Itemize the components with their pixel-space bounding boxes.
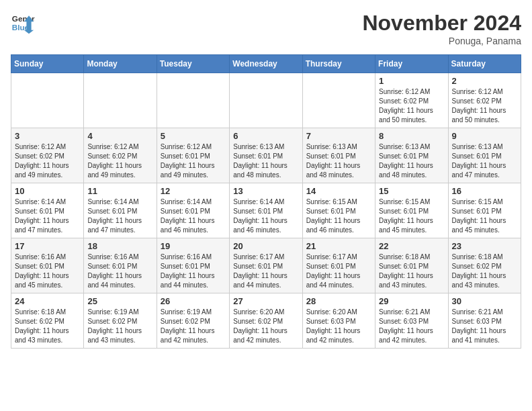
- day-number: 24: [15, 296, 80, 306]
- day-number: 9: [452, 131, 517, 141]
- day-number: 8: [379, 131, 444, 141]
- day-number: 22: [379, 241, 444, 251]
- calendar-header-row: SundayMondayTuesdayWednesdayThursdayFrid…: [11, 55, 521, 73]
- day-number: 27: [233, 296, 298, 306]
- calendar-day-cell: 11Sunrise: 6:14 AM Sunset: 6:01 PM Dayli…: [84, 183, 157, 238]
- calendar-day-cell: [84, 73, 157, 128]
- calendar-day-cell: 18Sunrise: 6:16 AM Sunset: 6:01 PM Dayli…: [84, 238, 157, 293]
- calendar-day-cell: 4Sunrise: 6:12 AM Sunset: 6:02 PM Daylig…: [84, 128, 157, 183]
- calendar-week-row: 10Sunrise: 6:14 AM Sunset: 6:01 PM Dayli…: [11, 183, 521, 238]
- logo: General Blue: [11, 11, 35, 35]
- calendar-day-cell: 13Sunrise: 6:14 AM Sunset: 6:01 PM Dayli…: [230, 183, 302, 238]
- calendar-day-header: Thursday: [302, 55, 375, 73]
- calendar-day-header: Saturday: [448, 55, 521, 73]
- calendar-day-cell: 22Sunrise: 6:18 AM Sunset: 6:01 PM Dayli…: [375, 238, 448, 293]
- day-number: 2: [452, 76, 517, 86]
- calendar-day-cell: 27Sunrise: 6:20 AM Sunset: 6:02 PM Dayli…: [230, 293, 302, 349]
- calendar-week-row: 17Sunrise: 6:16 AM Sunset: 6:01 PM Dayli…: [11, 238, 521, 293]
- day-info: Sunrise: 6:20 AM Sunset: 6:02 PM Dayligh…: [233, 308, 298, 345]
- day-number: 18: [87, 241, 152, 251]
- day-number: 11: [87, 186, 152, 196]
- day-info: Sunrise: 6:16 AM Sunset: 6:01 PM Dayligh…: [15, 253, 80, 290]
- calendar-day-cell: 23Sunrise: 6:18 AM Sunset: 6:02 PM Dayli…: [448, 238, 521, 293]
- day-number: 30: [452, 296, 517, 306]
- day-number: 4: [87, 131, 152, 141]
- calendar-day-header: Monday: [84, 55, 157, 73]
- calendar-day-cell: [230, 73, 302, 128]
- calendar-day-cell: 1Sunrise: 6:12 AM Sunset: 6:02 PM Daylig…: [375, 73, 448, 128]
- calendar-day-cell: [157, 73, 229, 128]
- day-info: Sunrise: 6:18 AM Sunset: 6:02 PM Dayligh…: [15, 308, 80, 345]
- calendar-day-cell: 12Sunrise: 6:14 AM Sunset: 6:01 PM Dayli…: [157, 183, 229, 238]
- calendar-day-cell: 19Sunrise: 6:16 AM Sunset: 6:01 PM Dayli…: [157, 238, 229, 293]
- calendar-day-cell: 28Sunrise: 6:20 AM Sunset: 6:03 PM Dayli…: [302, 293, 375, 349]
- day-number: 12: [161, 186, 226, 196]
- day-info: Sunrise: 6:21 AM Sunset: 6:03 PM Dayligh…: [379, 308, 444, 345]
- day-number: 10: [15, 186, 80, 196]
- day-number: 1: [379, 76, 444, 86]
- day-number: 29: [379, 296, 444, 306]
- day-number: 7: [306, 131, 371, 141]
- svg-text:General: General: [12, 14, 35, 23]
- calendar-day-cell: 30Sunrise: 6:21 AM Sunset: 6:03 PM Dayli…: [448, 293, 521, 349]
- logo-icon: General Blue: [11, 11, 35, 35]
- day-number: 13: [233, 186, 298, 196]
- day-number: 5: [161, 131, 226, 141]
- calendar-day-cell: 21Sunrise: 6:17 AM Sunset: 6:01 PM Dayli…: [302, 238, 375, 293]
- calendar-day-cell: 14Sunrise: 6:15 AM Sunset: 6:01 PM Dayli…: [302, 183, 375, 238]
- day-number: 19: [161, 241, 226, 251]
- calendar-day-cell: 17Sunrise: 6:16 AM Sunset: 6:01 PM Dayli…: [11, 238, 84, 293]
- day-info: Sunrise: 6:18 AM Sunset: 6:01 PM Dayligh…: [379, 253, 444, 290]
- day-info: Sunrise: 6:13 AM Sunset: 6:01 PM Dayligh…: [306, 142, 371, 180]
- day-number: 21: [306, 241, 371, 251]
- day-info: Sunrise: 6:15 AM Sunset: 6:01 PM Dayligh…: [452, 197, 517, 235]
- calendar-day-cell: [11, 73, 84, 128]
- calendar-day-cell: 24Sunrise: 6:18 AM Sunset: 6:02 PM Dayli…: [11, 293, 84, 349]
- day-info: Sunrise: 6:12 AM Sunset: 6:02 PM Dayligh…: [15, 142, 80, 180]
- day-number: 16: [452, 186, 517, 196]
- calendar-day-cell: 6Sunrise: 6:13 AM Sunset: 6:01 PM Daylig…: [230, 128, 302, 183]
- calendar-day-cell: 9Sunrise: 6:13 AM Sunset: 6:01 PM Daylig…: [448, 128, 521, 183]
- calendar-day-header: Sunday: [11, 55, 84, 73]
- calendar-day-cell: 20Sunrise: 6:17 AM Sunset: 6:01 PM Dayli…: [230, 238, 302, 293]
- day-info: Sunrise: 6:12 AM Sunset: 6:02 PM Dayligh…: [452, 87, 517, 125]
- day-info: Sunrise: 6:17 AM Sunset: 6:01 PM Dayligh…: [233, 253, 298, 290]
- day-info: Sunrise: 6:16 AM Sunset: 6:01 PM Dayligh…: [87, 253, 152, 290]
- day-info: Sunrise: 6:12 AM Sunset: 6:02 PM Dayligh…: [379, 87, 444, 125]
- day-info: Sunrise: 6:14 AM Sunset: 6:01 PM Dayligh…: [87, 197, 152, 235]
- calendar-day-cell: 2Sunrise: 6:12 AM Sunset: 6:02 PM Daylig…: [448, 73, 521, 128]
- calendar-day-cell: 25Sunrise: 6:19 AM Sunset: 6:02 PM Dayli…: [84, 293, 157, 349]
- calendar-day-cell: 5Sunrise: 6:12 AM Sunset: 6:01 PM Daylig…: [157, 128, 229, 183]
- day-number: 28: [306, 296, 371, 306]
- day-info: Sunrise: 6:17 AM Sunset: 6:01 PM Dayligh…: [306, 253, 371, 290]
- day-number: 14: [306, 186, 371, 196]
- day-info: Sunrise: 6:13 AM Sunset: 6:01 PM Dayligh…: [452, 142, 517, 180]
- day-number: 17: [15, 241, 80, 251]
- day-info: Sunrise: 6:12 AM Sunset: 6:02 PM Dayligh…: [87, 142, 152, 180]
- day-number: 6: [233, 131, 298, 141]
- calendar-day-cell: 16Sunrise: 6:15 AM Sunset: 6:01 PM Dayli…: [448, 183, 521, 238]
- calendar-day-header: Tuesday: [157, 55, 229, 73]
- calendar-day-cell: 8Sunrise: 6:13 AM Sunset: 6:01 PM Daylig…: [375, 128, 448, 183]
- calendar-week-row: 1Sunrise: 6:12 AM Sunset: 6:02 PM Daylig…: [11, 73, 521, 128]
- day-info: Sunrise: 6:14 AM Sunset: 6:01 PM Dayligh…: [161, 197, 226, 235]
- day-number: 25: [87, 296, 152, 306]
- calendar-week-row: 24Sunrise: 6:18 AM Sunset: 6:02 PM Dayli…: [11, 293, 521, 349]
- calendar-day-cell: 29Sunrise: 6:21 AM Sunset: 6:03 PM Dayli…: [375, 293, 448, 349]
- calendar-table: SundayMondayTuesdayWednesdayThursdayFrid…: [11, 54, 521, 349]
- title-section: November 2024 Ponuga, Panama: [362, 11, 521, 46]
- calendar-body: 1Sunrise: 6:12 AM Sunset: 6:02 PM Daylig…: [11, 73, 521, 349]
- page-header: General Blue November 2024 Ponuga, Panam…: [11, 11, 521, 46]
- day-info: Sunrise: 6:13 AM Sunset: 6:01 PM Dayligh…: [379, 142, 444, 180]
- day-info: Sunrise: 6:15 AM Sunset: 6:01 PM Dayligh…: [379, 197, 444, 235]
- day-info: Sunrise: 6:12 AM Sunset: 6:01 PM Dayligh…: [161, 142, 226, 180]
- day-info: Sunrise: 6:13 AM Sunset: 6:01 PM Dayligh…: [233, 142, 298, 180]
- day-info: Sunrise: 6:15 AM Sunset: 6:01 PM Dayligh…: [306, 197, 371, 235]
- day-info: Sunrise: 6:16 AM Sunset: 6:01 PM Dayligh…: [161, 253, 226, 290]
- calendar-week-row: 3Sunrise: 6:12 AM Sunset: 6:02 PM Daylig…: [11, 128, 521, 183]
- day-info: Sunrise: 6:21 AM Sunset: 6:03 PM Dayligh…: [452, 308, 517, 345]
- day-number: 15: [379, 186, 444, 196]
- day-number: 20: [233, 241, 298, 251]
- calendar-day-cell: [302, 73, 375, 128]
- day-number: 3: [15, 131, 80, 141]
